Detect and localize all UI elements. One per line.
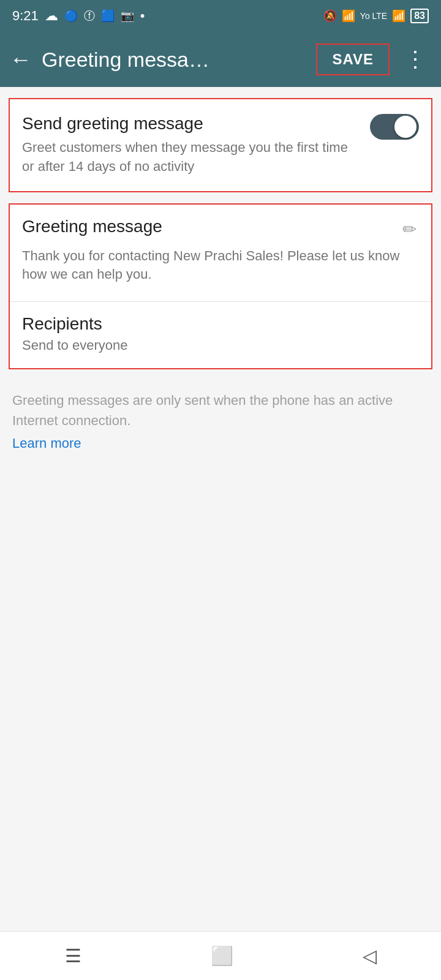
nav-home-icon[interactable]: ⬜ [211, 945, 233, 967]
lte-icon: Yo LTE [360, 11, 387, 21]
send-greeting-description: Greet customers when they message you th… [22, 138, 358, 176]
footer-note-text: Greeting messages are only sent when the… [12, 393, 393, 428]
app-bar: ← Greeting messa… SAVE ⋮ [0, 32, 441, 87]
status-bar: 9:21 ☁ 🔵 ⓕ 🟦 📷 • 🔕 📶 Yo LTE 📶 83 [0, 0, 441, 32]
camera-icon: 📷 [121, 9, 134, 23]
send-greeting-text-block: Send greeting message Greet customers wh… [22, 114, 370, 176]
greeting-message-title: Greeting message [22, 217, 162, 236]
greeting-message-text: Thank you for contacting New Prachi Sale… [22, 247, 419, 285]
status-bar-left: 9:21 ☁ 🔵 ⓕ 🟦 📷 • [12, 8, 145, 24]
nav-bar: ☰ ⬜ ◁ [0, 931, 441, 980]
recipients-description: Send to everyone [22, 337, 419, 353]
signal-icon: 📶 [392, 9, 405, 23]
send-greeting-card: Send greeting message Greet customers wh… [9, 98, 432, 192]
back-arrow-icon: ← [10, 47, 32, 72]
learn-more-link[interactable]: Learn more [12, 433, 429, 453]
recipients-divider [10, 301, 431, 302]
save-button[interactable]: SAVE [316, 43, 390, 75]
status-bar-right: 🔕 📶 Yo LTE 📶 83 [323, 9, 429, 23]
more-menu-button[interactable]: ⋮ [399, 47, 431, 72]
dot-icon: • [140, 8, 145, 24]
greeting-message-card: Greeting message ✏ Thank you for contact… [9, 203, 432, 370]
back-button[interactable]: ← [10, 47, 32, 72]
mute-icon: 🔕 [323, 9, 337, 23]
send-greeting-title: Send greeting message [22, 114, 358, 134]
greeting-msg-header: Greeting message ✏ [22, 217, 419, 242]
page-title: Greeting messa… [42, 48, 306, 72]
footer-note: Greeting messages are only sent when the… [0, 380, 441, 463]
toggle-container[interactable] [370, 114, 419, 140]
facebook-icon: ⓕ [84, 9, 95, 23]
main-content: Send greeting message Greet customers wh… [0, 98, 441, 463]
toggle-knob [394, 116, 417, 138]
battery-indicator: 83 [410, 9, 429, 23]
wifi-icon: 📶 [342, 9, 355, 23]
browser-icon: 🟦 [101, 9, 115, 23]
nav-menu-icon[interactable]: ☰ [65, 945, 81, 967]
recipients-title: Recipients [22, 314, 419, 334]
edit-message-button[interactable]: ✏ [400, 217, 419, 242]
send-greeting-toggle[interactable] [370, 114, 419, 140]
nav-back-icon[interactable]: ◁ [363, 945, 377, 967]
status-time: 9:21 [12, 8, 39, 24]
notification-icon: 🔵 [64, 9, 78, 23]
cloud-icon: ☁ [45, 8, 58, 24]
